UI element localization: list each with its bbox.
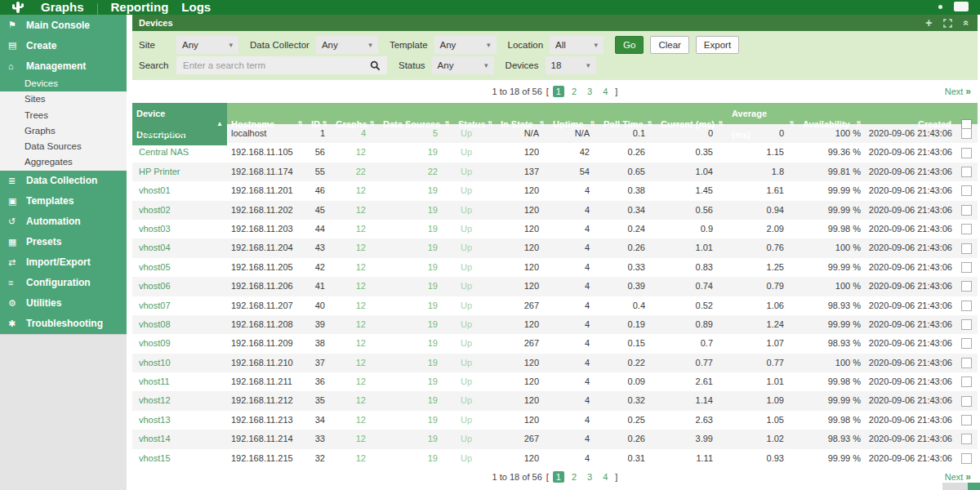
- data-collector-select[interactable]: Any ▾: [316, 36, 378, 54]
- page-link[interactable]: 3: [584, 471, 595, 483]
- row-checkbox[interactable]: [961, 376, 972, 387]
- data-sources-count-link[interactable]: 19: [379, 201, 454, 220]
- device-table-row[interactable]: vhost10 192.168.11.210 37 12 19 Up 120 4…: [132, 354, 978, 372]
- graphs-count-link[interactable]: 12: [332, 430, 379, 448]
- row-checkbox[interactable]: [961, 338, 972, 349]
- device-table-row[interactable]: vhost04 192.168.11.204 43 12 19 Up 120 4…: [132, 238, 978, 257]
- device-table-row[interactable]: HP Printer 192.168.11.174 55 22 22 Up 13…: [132, 163, 978, 181]
- sidebar-item[interactable]: ⇄ Import/Export: [0, 252, 127, 273]
- page-link[interactable]: 2: [568, 471, 580, 483]
- row-checkbox[interactable]: [961, 185, 972, 196]
- device-table-row[interactable]: Central NAS 192.168.11.105 56 12 19 Up 1…: [132, 143, 978, 162]
- device-table-row[interactable]: vhost13 192.168.11.213 34 12 19 Up 120 4…: [132, 411, 978, 430]
- graphs-count-link[interactable]: 12: [332, 258, 379, 277]
- graphs-count-link[interactable]: 12: [332, 143, 379, 162]
- data-sources-count-link[interactable]: 19: [379, 315, 454, 334]
- graphs-count-link[interactable]: 12: [332, 238, 379, 257]
- page-link[interactable]: 1: [553, 86, 564, 97]
- data-sources-count-link[interactable]: 19: [379, 372, 454, 391]
- status-select[interactable]: Any ▾: [432, 56, 494, 74]
- search-input[interactable]: [183, 60, 370, 70]
- data-sources-count-link[interactable]: 19: [379, 238, 454, 257]
- device-table-row[interactable]: vhost08 192.168.11.208 39 12 19 Up 120 4…: [132, 315, 978, 334]
- add-device-icon[interactable]: +: [925, 17, 932, 29]
- device-table-row[interactable]: Cacti Server localhost 1 4 5 Up N/A N/A …: [132, 124, 978, 143]
- go-button[interactable]: Go: [615, 36, 644, 54]
- data-sources-count-link[interactable]: 19: [379, 449, 454, 468]
- row-checkbox[interactable]: [961, 262, 972, 273]
- site-select[interactable]: Any ▾: [176, 36, 238, 54]
- sidebar-subitem[interactable]: Graphs: [0, 123, 127, 139]
- device-name-link[interactable]: HP Printer: [132, 163, 227, 181]
- data-sources-count-link[interactable]: 5: [379, 124, 454, 143]
- device-table-row[interactable]: vhost01 192.168.11.201 46 12 19 Up 120 4…: [132, 181, 978, 200]
- device-name-link[interactable]: vhost03: [132, 220, 227, 238]
- device-table-row[interactable]: vhost12 192.168.11.212 35 12 19 Up 120 4…: [132, 391, 978, 410]
- device-table-row[interactable]: vhost09 192.168.11.209 38 12 19 Up 267 4…: [132, 334, 978, 353]
- device-name-link[interactable]: vhost02: [132, 201, 227, 220]
- next-page-link[interactable]: Next»: [945, 86, 971, 97]
- device-name-link[interactable]: vhost14: [132, 430, 227, 448]
- data-sources-count-link[interactable]: 19: [379, 430, 454, 448]
- graphs-count-link[interactable]: 12: [332, 334, 379, 353]
- graphs-count-link[interactable]: 12: [332, 391, 379, 410]
- data-sources-count-link[interactable]: 19: [379, 143, 454, 162]
- graphs-count-link[interactable]: 12: [332, 220, 379, 238]
- row-checkbox[interactable]: [961, 396, 972, 407]
- row-checkbox[interactable]: [961, 167, 972, 177]
- sidebar-item[interactable]: ✱ Troubleshooting: [0, 314, 127, 334]
- device-table-row[interactable]: vhost02 192.168.11.202 45 12 19 Up 120 4…: [132, 201, 978, 220]
- graphs-count-link[interactable]: 12: [332, 411, 379, 430]
- sidebar-item[interactable]: ⚑ Main Console: [0, 15, 127, 35]
- device-table-row[interactable]: vhost07 192.168.11.207 40 12 19 Up 267 4…: [132, 296, 978, 315]
- fullscreen-icon[interactable]: [943, 19, 952, 28]
- device-table-row[interactable]: vhost11 192.168.11.211 36 12 19 Up 120 4…: [132, 372, 978, 391]
- device-name-link[interactable]: vhost09: [132, 334, 227, 353]
- device-name-link[interactable]: vhost10: [132, 354, 227, 372]
- sidebar-item[interactable]: ⌂ Management: [0, 56, 127, 76]
- location-select[interactable]: All ▾: [550, 36, 604, 54]
- row-checkbox[interactable]: [961, 205, 972, 216]
- devices-per-page-select[interactable]: 18 ▾: [546, 56, 596, 74]
- device-name-link[interactable]: vhost13: [132, 411, 227, 430]
- template-select[interactable]: Any ▾: [434, 36, 497, 54]
- row-checkbox[interactable]: [961, 281, 972, 292]
- graphs-count-link[interactable]: 12: [332, 315, 379, 334]
- device-name-link[interactable]: Central NAS: [132, 143, 227, 162]
- next-page-link[interactable]: Next»: [945, 471, 971, 483]
- graphs-count-link[interactable]: 12: [332, 201, 379, 220]
- row-checkbox[interactable]: [961, 224, 972, 234]
- graphs-count-link[interactable]: 22: [332, 163, 379, 181]
- device-table-row[interactable]: vhost03 192.168.11.203 44 12 19 Up 120 4…: [132, 220, 978, 238]
- device-name-link[interactable]: vhost12: [132, 391, 227, 410]
- data-sources-count-link[interactable]: 19: [379, 220, 454, 238]
- page-link[interactable]: 1: [553, 471, 564, 483]
- device-name-link[interactable]: vhost15: [132, 449, 227, 468]
- graphs-count-link[interactable]: 12: [332, 449, 379, 468]
- sidebar-subitem[interactable]: Sites: [0, 91, 127, 107]
- graphs-count-link[interactable]: 12: [332, 277, 379, 296]
- device-table-row[interactable]: vhost06 192.168.11.206 41 12 19 Up 120 4…: [132, 277, 978, 296]
- sidebar-item[interactable]: ▣ Templates: [0, 191, 127, 212]
- user-icon[interactable]: [938, 5, 942, 9]
- data-sources-count-link[interactable]: 22: [379, 163, 454, 181]
- device-name-link[interactable]: vhost01: [132, 181, 227, 200]
- data-sources-count-link[interactable]: 19: [379, 391, 454, 410]
- tab-logs[interactable]: Logs: [181, 0, 211, 14]
- page-link[interactable]: 4: [599, 471, 611, 483]
- sidebar-item[interactable]: ↺ Automation: [0, 212, 127, 232]
- data-sources-count-link[interactable]: 19: [379, 411, 454, 430]
- row-checkbox[interactable]: [961, 415, 972, 425]
- row-checkbox[interactable]: [961, 243, 972, 254]
- row-checkbox[interactable]: [961, 434, 972, 444]
- tab-graphs[interactable]: Graphs: [41, 0, 84, 14]
- device-table-row[interactable]: vhost15 192.168.11.215 32 12 19 Up 120 4…: [132, 449, 978, 468]
- data-sources-count-link[interactable]: 19: [379, 296, 454, 315]
- sidebar-subitem[interactable]: Aggregates: [0, 154, 127, 170]
- sidebar-subitem[interactable]: Data Sources: [0, 139, 127, 154]
- tab-reporting[interactable]: Reporting: [111, 0, 169, 14]
- data-sources-count-link[interactable]: 19: [379, 258, 454, 277]
- export-button[interactable]: Export: [696, 36, 739, 54]
- device-table-row[interactable]: vhost05 192.168.11.205 42 12 19 Up 120 4…: [132, 258, 978, 277]
- sidebar-subitem[interactable]: Devices: [0, 76, 127, 91]
